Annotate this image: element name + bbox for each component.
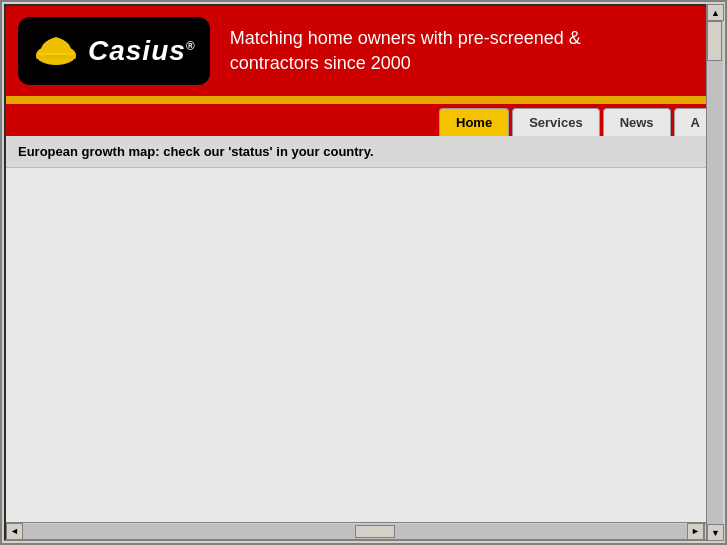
gold-stripe — [6, 96, 721, 104]
logo-helmet-icon — [32, 27, 80, 75]
scroll-up-button[interactable]: ▲ — [707, 4, 724, 21]
svg-rect-2 — [36, 55, 76, 59]
tagline-line2: contractors since 2000 — [230, 51, 709, 76]
browser-window: Casius® Matching home owners with pre-sc… — [0, 0, 727, 545]
announcement-bar: European growth map: check our 'status' … — [6, 136, 721, 168]
vertical-scroll-track[interactable] — [707, 21, 723, 524]
horizontal-scroll-thumb[interactable] — [355, 525, 395, 538]
tab-home[interactable]: Home — [439, 108, 509, 136]
scroll-right-button[interactable]: ► — [687, 523, 704, 540]
site-header: Casius® Matching home owners with pre-sc… — [6, 6, 721, 136]
left-arrow-icon: ◄ — [10, 526, 19, 536]
content-area: European growth map: check our 'status' … — [6, 136, 721, 522]
vertical-scroll-thumb[interactable] — [707, 21, 722, 61]
brand-reg: ® — [186, 39, 196, 53]
brand-name: Casius — [88, 35, 186, 66]
horizontal-scroll-track[interactable] — [23, 524, 687, 539]
right-arrow-icon: ► — [691, 526, 700, 536]
logo-container[interactable]: Casius® — [18, 17, 210, 85]
announcement-text: European growth map: check our 'status' … — [18, 144, 374, 159]
up-arrow-icon: ▲ — [711, 8, 720, 18]
content-inner: European growth map: check our 'status' … — [6, 136, 721, 168]
tab-services[interactable]: Services — [512, 108, 600, 136]
page-content: Casius® Matching home owners with pre-sc… — [4, 4, 723, 541]
nav-bar: Home Services News A — [6, 104, 721, 136]
horizontal-scrollbar: ◄ ► — [6, 522, 721, 539]
scroll-left-button[interactable]: ◄ — [6, 523, 23, 540]
logo-text: Casius® — [88, 35, 196, 67]
down-arrow-icon: ▼ — [711, 528, 720, 538]
vertical-scrollbar: ▲ ▼ — [706, 4, 723, 541]
scroll-down-button[interactable]: ▼ — [707, 524, 724, 541]
tagline-line1: Matching home owners with pre-screened & — [230, 26, 709, 51]
header-tagline: Matching home owners with pre-screened &… — [230, 26, 709, 76]
tab-news[interactable]: News — [603, 108, 671, 136]
